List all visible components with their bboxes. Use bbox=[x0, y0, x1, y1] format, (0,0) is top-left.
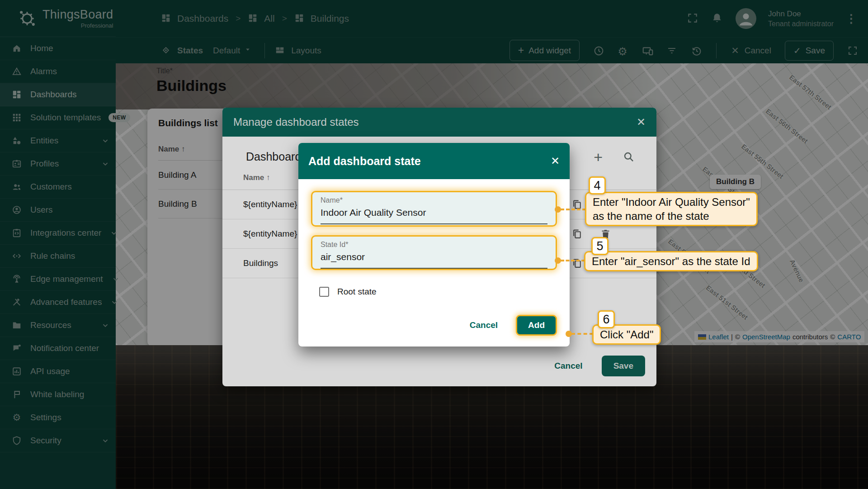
dialog-header: Add dashboard state ✕ bbox=[298, 143, 570, 179]
state-name-field[interactable]: Name* bbox=[311, 191, 557, 227]
root-state-checkbox[interactable] bbox=[319, 287, 329, 297]
annotation-step-5: Enter "air_sensor" as the state Id bbox=[584, 251, 758, 271]
close-icon[interactable]: ✕ bbox=[551, 155, 560, 167]
connector-line bbox=[561, 260, 585, 261]
step-badge-5: 5 bbox=[591, 237, 609, 255]
add-button[interactable]: Add bbox=[516, 315, 557, 336]
field-label: Name* bbox=[321, 196, 547, 204]
dialog-title: Add dashboard state bbox=[308, 155, 551, 168]
state-id-field[interactable]: State Id* bbox=[311, 235, 557, 270]
state-id-input[interactable] bbox=[321, 249, 547, 269]
connector-line bbox=[561, 209, 586, 210]
connector-line bbox=[571, 333, 593, 335]
state-name-input[interactable] bbox=[321, 204, 547, 224]
connector-dot bbox=[555, 257, 561, 264]
step-badge-4: 4 bbox=[589, 176, 606, 195]
add-dashboard-state-dialog: Add dashboard state ✕ Name* State Id* Ro… bbox=[298, 143, 570, 347]
step-badge-6: 6 bbox=[598, 310, 615, 328]
field-label: State Id* bbox=[321, 241, 547, 249]
connector-dot bbox=[566, 331, 572, 337]
root-state-label: Root state bbox=[337, 287, 377, 297]
annotation-step-4: Enter "Indoor Air Quality Sensor" as the… bbox=[585, 192, 758, 226]
connector-dot bbox=[555, 206, 561, 213]
add-cancel-button[interactable]: Cancel bbox=[470, 320, 498, 330]
